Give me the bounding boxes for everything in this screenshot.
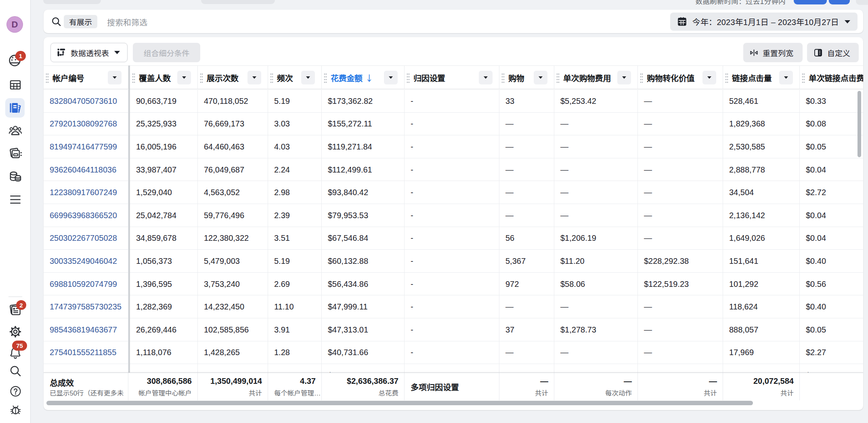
column-drag-handle-icon[interactable] <box>270 72 273 83</box>
column-drag-handle-icon[interactable] <box>640 72 643 83</box>
account-id-link[interactable]: 819497416477599 <box>50 142 117 152</box>
column-menu-button[interactable] <box>779 71 793 84</box>
top-cut-tab-1[interactable] <box>43 0 101 4</box>
totals-cell: —共计 <box>638 373 723 400</box>
metric-cell: $0.05 <box>800 318 863 341</box>
metric-cell: — <box>638 295 723 318</box>
column-menu-button[interactable] <box>702 71 716 84</box>
top-cut-primary-button[interactable] <box>794 0 827 4</box>
column-menu-button[interactable] <box>177 71 191 84</box>
account-id-link[interactable]: 122380917607249 <box>50 188 117 197</box>
metric-cell: 102,585,856 <box>198 318 268 341</box>
column-menu-button[interactable] <box>384 71 398 84</box>
metric-cell: 151,641 <box>723 250 800 273</box>
totals-cell: $2,636,386.37总花费 <box>322 373 405 400</box>
calendar-icon <box>677 16 688 27</box>
search-input[interactable]: 搜索和筛选 <box>107 16 147 28</box>
vertical-scrollbar[interactable] <box>858 91 861 157</box>
account-id-link[interactable]: 936260464118036 <box>50 165 116 175</box>
column-drag-handle-icon[interactable] <box>802 72 805 83</box>
account-id-link[interactable]: 275401555211855 <box>50 348 116 357</box>
metric-cell: 1,282,369 <box>130 295 198 318</box>
account-id-link[interactable]: 1747397585730235 <box>50 302 122 311</box>
metric-cell: $67,546.84 <box>322 227 405 250</box>
reset-column-width-button[interactable]: 重置列宽 <box>743 43 803 62</box>
metric-cell: $0.40 <box>800 295 863 318</box>
column-drag-handle-icon[interactable] <box>407 72 410 83</box>
sidebar-item-reports-selected[interactable] <box>5 98 25 118</box>
account-id-link[interactable]: 669963968366520 <box>50 211 117 220</box>
chevron-down-icon <box>182 76 186 79</box>
metric-cell: 33,987,407 <box>130 158 198 181</box>
sidebar-item-search[interactable] <box>0 364 31 377</box>
metric-cell: $1.57 <box>800 364 863 372</box>
metric-cell: 17,969 <box>723 341 800 364</box>
metric-cell: 1,018,457 <box>130 364 198 372</box>
frozen-column-divider[interactable] <box>128 65 130 372</box>
metric-cell: 1,529,040 <box>130 181 198 204</box>
column-menu-button[interactable] <box>479 71 493 84</box>
metric-cell: $0.04 <box>800 227 863 250</box>
metric-cell: 76,669,173 <box>198 113 268 136</box>
account-id-link[interactable]: 698810592074799 <box>50 280 117 289</box>
metric-cell: 528,461 <box>723 90 800 113</box>
account-id-link[interactable]: 300335249046042 <box>50 257 117 266</box>
opportunities-badge: 1 <box>15 51 26 61</box>
customize-columns-button[interactable]: 自定义 <box>807 43 859 62</box>
metric-cell: - <box>405 295 499 318</box>
filter-chip-has-delivery[interactable]: 有展示 <box>64 15 97 28</box>
updates-badge: 2 <box>16 300 26 310</box>
sidebar-item-billing[interactable] <box>0 170 31 183</box>
metric-cell: — <box>638 181 723 204</box>
horizontal-scrollbar[interactable] <box>46 401 753 405</box>
sidebar-item-all-tools[interactable] <box>0 194 31 205</box>
metric-cell: $47,313.01 <box>322 318 405 341</box>
column-menu-button[interactable] <box>617 71 631 84</box>
date-range-selector[interactable]: 今年：2023年1月1日 – 2023年10月27日 <box>670 13 858 31</box>
ads-reporting-icon <box>8 101 22 115</box>
account-id-link[interactable]: 832804705073610 <box>50 97 117 106</box>
column-drag-handle-icon[interactable] <box>725 72 728 83</box>
top-cut-tab-2[interactable] <box>201 0 275 4</box>
totals-cell <box>800 373 863 400</box>
account-id-link[interactable]: 279201308092768 <box>50 119 117 128</box>
campaigns-table-icon <box>9 78 22 91</box>
column-header: 频次 <box>268 66 322 89</box>
sidebar-item-settings[interactable] <box>0 325 31 339</box>
column-menu-button[interactable] <box>108 71 122 84</box>
column-menu-button[interactable] <box>247 71 261 84</box>
pivot-table-button[interactable]: 数据透视表 <box>50 43 128 62</box>
account-id-cell: 279201308092768 <box>44 113 128 136</box>
column-drag-handle-icon[interactable] <box>132 72 135 83</box>
metric-cell: 34,504 <box>723 181 800 204</box>
avatar[interactable]: D <box>6 16 23 33</box>
metric-cell: $122,519.23 <box>638 273 723 296</box>
top-cut-corner-button[interactable] <box>856 0 868 5</box>
account-id-link[interactable]: 985436819463677 <box>50 325 117 335</box>
sidebar-item-campaigns[interactable] <box>0 79 31 91</box>
sidebar-item-help[interactable] <box>0 385 31 398</box>
column-menu-button[interactable] <box>534 71 547 84</box>
sidebar-item-ads-library[interactable] <box>0 147 31 160</box>
column-drag-handle-icon[interactable] <box>200 72 203 83</box>
metric-cell: — <box>554 181 638 204</box>
column-drag-handle-icon[interactable] <box>324 72 327 83</box>
account-id-cell: 985436819463677 <box>44 318 128 341</box>
table-row: 27920130809276825,325,93376,669,1733.03$… <box>44 113 863 136</box>
breakdown-button-disabled: 组合细分条件 <box>133 43 200 62</box>
top-cut-secondary-button[interactable] <box>829 0 850 4</box>
column-drag-handle-icon[interactable] <box>556 72 560 83</box>
sidebar-item-opportunities[interactable]: 1 <box>0 53 31 67</box>
metric-cell: — <box>499 158 554 181</box>
sidebar-item-audiences[interactable] <box>0 124 31 137</box>
sidebar-item-report-bug[interactable] <box>0 403 31 416</box>
metric-cell: 101,292 <box>723 273 800 296</box>
table-row: 93626046411803633,987,40776,049,6872.24$… <box>44 158 863 181</box>
sidebar-item-updates[interactable]: 2 <box>0 303 31 317</box>
column-menu-button[interactable] <box>301 71 315 84</box>
account-id-link[interactable]: 250302267705028 <box>50 234 117 243</box>
sidebar-item-notifications[interactable]: 75 <box>0 344 31 358</box>
column-drag-handle-icon[interactable] <box>501 72 505 83</box>
totals-cell: 308,866,586帐户管理中心帐户 <box>130 373 198 400</box>
column-drag-handle-icon[interactable] <box>46 72 49 83</box>
